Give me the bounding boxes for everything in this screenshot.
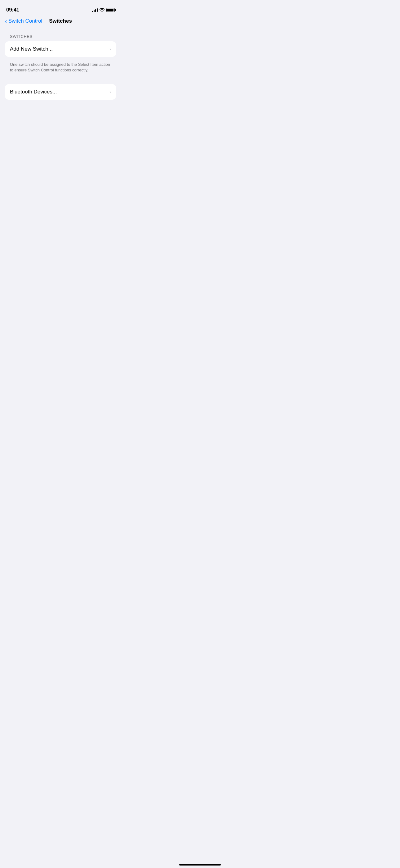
status-bar: 09:41	[0, 0, 121, 16]
nav-header: ‹ Switch Control Switches	[0, 16, 121, 29]
page-title: Switches	[49, 18, 72, 24]
wifi-icon	[100, 8, 104, 12]
main-content: SWITCHES Add New Switch... › One switch …	[0, 29, 121, 100]
bluetooth-devices-label: Bluetooth Devices...	[10, 89, 57, 95]
back-label: Switch Control	[8, 18, 42, 24]
switches-section-footer: One switch should be assigned to the Sel…	[5, 59, 116, 78]
bluetooth-devices-chevron-icon: ›	[109, 89, 111, 94]
bluetooth-list-group: Bluetooth Devices... ›	[5, 84, 116, 100]
switches-list-group: Add New Switch... ›	[5, 41, 116, 57]
back-chevron-icon: ‹	[5, 18, 7, 24]
bluetooth-devices-item[interactable]: Bluetooth Devices... ›	[5, 84, 116, 100]
add-new-switch-item[interactable]: Add New Switch... ›	[5, 41, 116, 57]
add-new-switch-chevron-icon: ›	[109, 46, 111, 52]
add-new-switch-label: Add New Switch...	[10, 46, 53, 52]
back-button[interactable]: ‹ Switch Control	[5, 18, 42, 24]
status-time: 09:41	[6, 7, 19, 13]
battery-icon	[106, 8, 115, 12]
switches-section-header: SWITCHES	[5, 34, 116, 39]
battery-fill	[107, 9, 113, 11]
signal-icon	[92, 8, 98, 12]
status-icons	[92, 8, 115, 12]
